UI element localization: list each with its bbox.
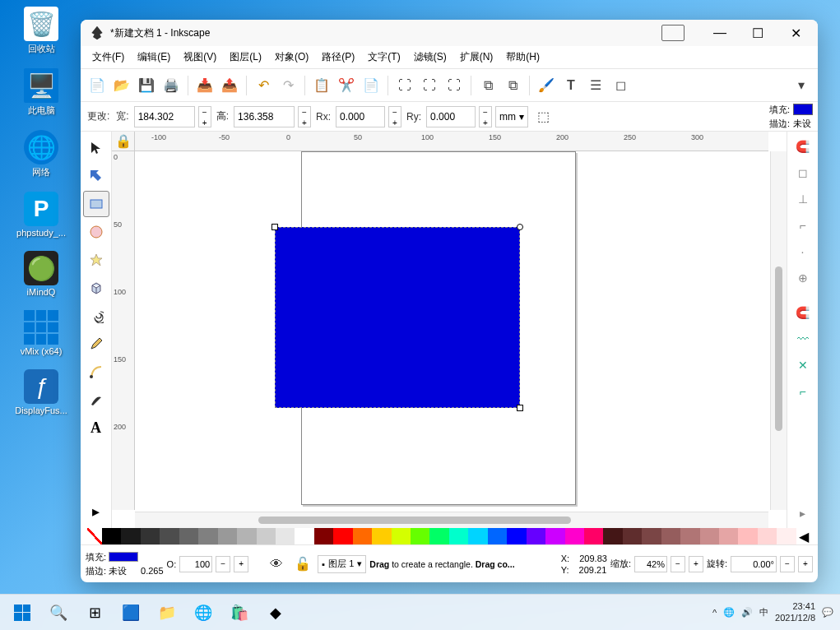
tablet-mode-icon[interactable]	[661, 25, 685, 41]
menu-extensions[interactable]: 扩展(N)	[453, 47, 500, 67]
palette-swatch[interactable]	[295, 528, 313, 544]
snap-corner[interactable]: ⌐	[791, 214, 814, 237]
titlebar[interactable]: *新建文档 1 - Inkscape — ☐ ✕	[81, 20, 818, 46]
layer-visibility-button[interactable]: 👁	[265, 553, 288, 576]
palette-swatch[interactable]	[468, 528, 487, 544]
palette-swatch[interactable]	[333, 528, 352, 544]
desktop-icon-phpstudy[interactable]: Pphpstudy_...	[3, 192, 79, 238]
palette-swatch[interactable]	[777, 528, 796, 544]
palette-swatch[interactable]	[507, 528, 526, 544]
menu-help[interactable]: 帮助(H)	[499, 47, 546, 67]
desktop-icon-recycle[interactable]: 🗑️回收站	[3, 7, 79, 55]
rotate-minus[interactable]: −	[780, 556, 795, 572]
palette-swatch[interactable]	[584, 528, 603, 544]
snap-cusp[interactable]: ⌐	[791, 380, 814, 403]
opacity-plus[interactable]: +	[234, 556, 248, 572]
layer-selector[interactable]: ▪图层 1▾	[318, 555, 366, 573]
palette-swatch[interactable]	[545, 528, 564, 544]
3dbox-tool[interactable]	[83, 275, 109, 301]
vertical-ruler[interactable]: 050100150200	[112, 151, 135, 510]
horizontal-ruler[interactable]: -100-50050100150200250300	[135, 132, 768, 151]
desktop-icon-displayfusion[interactable]: ƒDisplayFus...	[3, 369, 79, 415]
menu-edit[interactable]: 编辑(E)	[131, 47, 177, 67]
ruler-corner-lock[interactable]: 🔒	[112, 132, 135, 151]
opacity-minus[interactable]: −	[216, 556, 230, 572]
export-button[interactable]: 📤	[218, 74, 241, 97]
menu-object[interactable]: 对象(O)	[268, 47, 315, 67]
zoom-input[interactable]	[634, 556, 667, 572]
desktop-icon-imindq[interactable]: 🟢iMindQ	[3, 251, 79, 297]
store-taskbar-button[interactable]: 🛍️	[224, 597, 255, 628]
notifications-button[interactable]: 💬	[822, 607, 833, 618]
copy-button[interactable]: 📋	[310, 74, 333, 97]
fill-swatch[interactable]	[793, 104, 813, 115]
print-button[interactable]: 🖨️	[160, 74, 183, 97]
network-tray-icon[interactable]: 🌐	[723, 607, 735, 618]
volume-tray-icon[interactable]: 🔊	[741, 607, 753, 618]
menu-text[interactable]: 文字(T)	[361, 47, 406, 67]
palette-swatch[interactable]	[758, 528, 777, 544]
menu-layer[interactable]: 图层(L)	[223, 47, 268, 67]
height-input[interactable]	[234, 106, 295, 127]
status-fill-swatch[interactable]	[109, 552, 138, 562]
maximize-button[interactable]: ☐	[739, 21, 777, 45]
snap-edge[interactable]: ⊥	[791, 188, 814, 211]
snap-bbox[interactable]: ◻	[791, 161, 814, 184]
close-button[interactable]: ✕	[777, 21, 814, 45]
import-button[interactable]: 📥	[193, 74, 216, 97]
snap-intersection[interactable]: ✕	[791, 354, 814, 377]
horizontal-scrollbar[interactable]	[135, 512, 768, 528]
palette-swatch[interactable]	[237, 528, 256, 544]
more-snap-button[interactable]: ▸	[791, 502, 814, 525]
palette-swatch[interactable]	[257, 528, 276, 544]
desktop-icon-vmix[interactable]: vMix (x64)	[3, 310, 79, 356]
height-spinner[interactable]: −+	[298, 106, 311, 127]
duplicate-button[interactable]: ⧉	[476, 74, 499, 97]
palette-swatch[interactable]	[121, 528, 140, 544]
palette-swatch[interactable]	[314, 528, 333, 544]
layer-lock-button[interactable]: 🔓	[291, 553, 314, 576]
palette-swatch[interactable]	[603, 528, 622, 544]
snap-center[interactable]: ⊕	[791, 266, 814, 290]
palette-swatch[interactable]	[565, 528, 584, 544]
star-tool[interactable]	[83, 247, 109, 273]
palette-swatch[interactable]	[488, 528, 507, 544]
ry-spinner[interactable]: −+	[479, 106, 492, 127]
palette-swatch[interactable]	[700, 528, 719, 544]
ime-indicator[interactable]: 中	[759, 606, 768, 618]
palette-swatch[interactable]	[411, 528, 429, 544]
snap-path[interactable]: 〰	[791, 327, 814, 350]
search-button[interactable]: 🔍	[43, 597, 74, 628]
redo-button[interactable]: ↷	[276, 74, 299, 97]
ry-input[interactable]	[426, 106, 476, 127]
width-spinner[interactable]: −+	[198, 106, 211, 127]
zoom-page-button[interactable]: ⛶	[443, 74, 466, 97]
palette-swatch[interactable]	[372, 528, 391, 544]
palette-swatch[interactable]	[392, 528, 411, 544]
palette-swatch[interactable]	[218, 528, 237, 544]
palette-swatch[interactable]	[276, 528, 295, 544]
clone-button[interactable]: ⧉	[501, 74, 524, 97]
text-dialog-button[interactable]: T	[559, 74, 582, 97]
snap-midpoint[interactable]: ·	[791, 240, 814, 263]
corner-reset-button[interactable]: ⬚	[531, 105, 555, 128]
palette-swatch[interactable]	[642, 528, 661, 544]
edge-taskbar-button[interactable]: 🌐	[188, 597, 219, 628]
tray-expand-button[interactable]: ^	[712, 608, 717, 618]
widgets-button[interactable]: 🟦	[115, 597, 146, 628]
bezier-tool[interactable]	[83, 359, 109, 385]
selector-tool[interactable]	[83, 135, 109, 161]
rotate-input[interactable]	[731, 556, 777, 572]
palette-swatch[interactable]	[680, 528, 699, 544]
rx-input[interactable]	[336, 106, 385, 127]
menu-file[interactable]: 文件(F)	[86, 47, 131, 67]
zoom-in-button[interactable]: +	[689, 556, 703, 572]
fill-stroke-button[interactable]: 🖌️	[535, 74, 558, 97]
palette-swatch[interactable]	[179, 528, 198, 544]
opacity-input[interactable]	[179, 556, 212, 572]
node-tool[interactable]	[83, 163, 109, 189]
palette-swatch[interactable]	[449, 528, 468, 544]
resize-handle-br[interactable]	[517, 405, 523, 411]
circle-tool[interactable]	[83, 219, 109, 245]
xml-editor-button[interactable]: ◻	[609, 74, 632, 97]
